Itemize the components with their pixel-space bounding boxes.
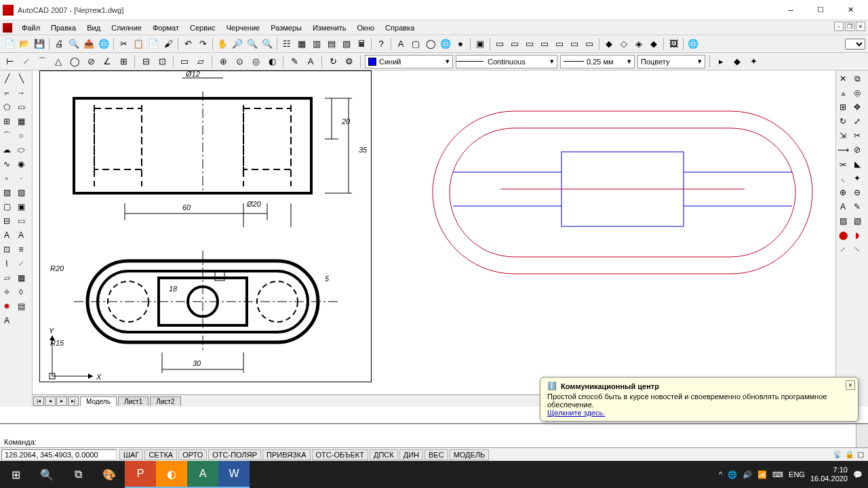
sphere-icon[interactable]: ◯ [424, 37, 437, 51]
solid4-icon[interactable]: ◆ [647, 37, 660, 51]
cut-icon[interactable]: ✂ [117, 37, 130, 51]
plot-icon[interactable]: 🌐 [97, 37, 111, 51]
tool21-icon[interactable]: A [0, 314, 14, 327]
copy2-icon[interactable]: ⧉ [850, 72, 864, 85]
tray-wifi-icon[interactable]: 📶 [757, 470, 767, 479]
dim-arc-icon[interactable]: ⌒ [35, 55, 49, 68]
workspace-dropdown[interactable] [845, 39, 865, 49]
tool-pal-icon[interactable]: ▥ [310, 37, 323, 51]
donut-icon[interactable]: ◉ [14, 157, 28, 171]
dim-linear-icon[interactable]: ⊢ [3, 55, 16, 68]
layer6-icon[interactable]: ▭ [568, 37, 581, 51]
dim-ord-icon[interactable]: △ [52, 55, 65, 68]
offset-icon[interactable]: ◎ [850, 86, 864, 100]
properties-icon[interactable]: ☷ [280, 37, 294, 51]
3dpoly-icon[interactable]: ⟋ [14, 257, 28, 270]
tab-next-button[interactable]: ▸ [56, 396, 67, 406]
scale-icon[interactable]: ⤢ [850, 115, 864, 128]
array2-icon[interactable]: ⊞ [836, 100, 850, 114]
zoom-prev-icon[interactable]: 🔍 [260, 37, 274, 51]
dim-aligned-icon[interactable]: ⟋ [19, 55, 33, 68]
dim-quick-icon[interactable]: ⊞ [117, 55, 130, 68]
color-dropdown[interactable]: Синий▾ [365, 55, 453, 68]
new-icon[interactable]: 📄 [3, 37, 16, 51]
command-scrollbar[interactable] [856, 424, 868, 447]
zoom-rt-icon[interactable]: 🔎 [231, 37, 244, 51]
status-dyn[interactable]: ДИН [399, 449, 423, 460]
extend-icon[interactable]: ⟶ [836, 143, 850, 157]
tray-clock[interactable]: 7:1016.04.2020 [810, 466, 848, 483]
join-icon[interactable]: ⫘ [836, 157, 850, 171]
status-ortho[interactable]: ОРТО [178, 449, 207, 460]
dc-icon[interactable]: ▦ [295, 37, 309, 51]
explode-icon[interactable]: ✦ [850, 171, 864, 185]
menu-service[interactable]: Сервис [184, 22, 221, 33]
globe-icon[interactable]: 🌐 [439, 37, 452, 51]
mod23-icon[interactable]: ⬤ [836, 228, 850, 242]
osnap1-icon[interactable]: ▸ [714, 55, 728, 68]
preview-icon[interactable]: 🔍 [67, 37, 81, 51]
center-icon[interactable]: ⊙ [233, 55, 246, 68]
image-icon[interactable]: 🖼 [667, 37, 680, 51]
zoom-win-icon[interactable]: 🔍 [245, 37, 259, 51]
polygon-icon[interactable]: ⬠ [0, 100, 14, 114]
render-icon[interactable]: ● [454, 37, 467, 51]
menu-window[interactable]: Окно [352, 22, 380, 33]
trim-icon[interactable]: ✂ [850, 129, 864, 142]
menu-help[interactable]: Справка [380, 22, 420, 33]
paste-icon[interactable]: 📄 [146, 37, 160, 51]
erase-icon[interactable]: ✕ [836, 72, 850, 85]
circle-icon[interactable]: ○ [14, 129, 28, 142]
text-icon[interactable]: A [394, 37, 408, 51]
menu-format[interactable]: Формат [147, 22, 184, 33]
tab-prev-button[interactable]: ◂ [45, 396, 56, 406]
helix-icon[interactable]: ⌇ [0, 257, 14, 270]
dim-tedit-icon[interactable]: A [304, 55, 317, 68]
surface-icon[interactable]: ▱ [0, 271, 14, 285]
jog-icon[interactable]: ◐ [265, 55, 279, 68]
text-icon[interactable]: A [14, 228, 28, 242]
tray-kbd-icon[interactable]: ⌨ [772, 470, 783, 479]
region-icon[interactable]: ▢ [0, 200, 14, 214]
layer4-icon[interactable]: ▭ [538, 37, 551, 51]
dim-rad-icon[interactable]: ◯ [68, 55, 81, 68]
help-icon[interactable]: ? [374, 37, 388, 51]
line-icon[interactable]: ╱ [0, 72, 14, 85]
mline-icon[interactable]: ≡ [14, 243, 28, 256]
mod17-icon[interactable]: ⊕ [836, 186, 850, 199]
tol-icon[interactable]: ⊕ [216, 55, 230, 68]
linetype-dropdown[interactable]: Continuous▾ [456, 55, 557, 68]
box-icon[interactable]: ▢ [409, 37, 422, 51]
xline-icon[interactable]: ╲ [14, 72, 28, 85]
block-icon[interactable]: ▫ [0, 171, 14, 185]
command-line[interactable]: Команда: [0, 423, 868, 447]
table-icon[interactable]: ⊟ [0, 214, 14, 228]
tab-sheet2[interactable]: Лист2 [150, 396, 180, 406]
rect-icon[interactable]: ▭ [14, 100, 28, 114]
layer7-icon[interactable]: ▭ [583, 37, 596, 51]
stretch-icon[interactable]: ⇲ [836, 129, 850, 142]
arc-icon[interactable]: ⌒ [0, 129, 14, 142]
dim-cont-icon[interactable]: ⊡ [155, 55, 169, 68]
tab-last-button[interactable]: ▸| [68, 396, 79, 406]
osnap2-icon[interactable]: ◆ [730, 55, 744, 68]
mesh-icon[interactable]: ▦ [14, 271, 28, 285]
undo-icon[interactable]: ↶ [181, 37, 195, 51]
pan-icon[interactable]: ✋ [216, 37, 229, 51]
close-button[interactable]: ✕ [835, 1, 865, 20]
minimize-button[interactable]: ─ [776, 1, 806, 20]
layer2-icon[interactable]: ▭ [508, 37, 521, 51]
rotate-icon[interactable]: ↻ [836, 115, 850, 128]
block-icon[interactable]: ▣ [473, 37, 487, 51]
mod20-icon[interactable]: ✎ [850, 200, 864, 214]
inspect-icon[interactable]: ◎ [249, 55, 262, 68]
status-otrack[interactable]: ОТС-ОБЪЕКТ [312, 449, 368, 460]
tray-max-icon[interactable]: ▢ [857, 450, 864, 459]
menu-draw[interactable]: Черчение [221, 22, 266, 33]
mod25-icon[interactable]: ⟋ [836, 243, 850, 256]
tool19-icon[interactable]: ✸ [0, 300, 14, 313]
tab-model[interactable]: Модель [80, 396, 117, 406]
mod18-icon[interactable]: ⊖ [850, 186, 864, 199]
hatch-icon[interactable]: ▨ [0, 186, 14, 199]
break-icon[interactable]: ⊘ [850, 143, 864, 157]
